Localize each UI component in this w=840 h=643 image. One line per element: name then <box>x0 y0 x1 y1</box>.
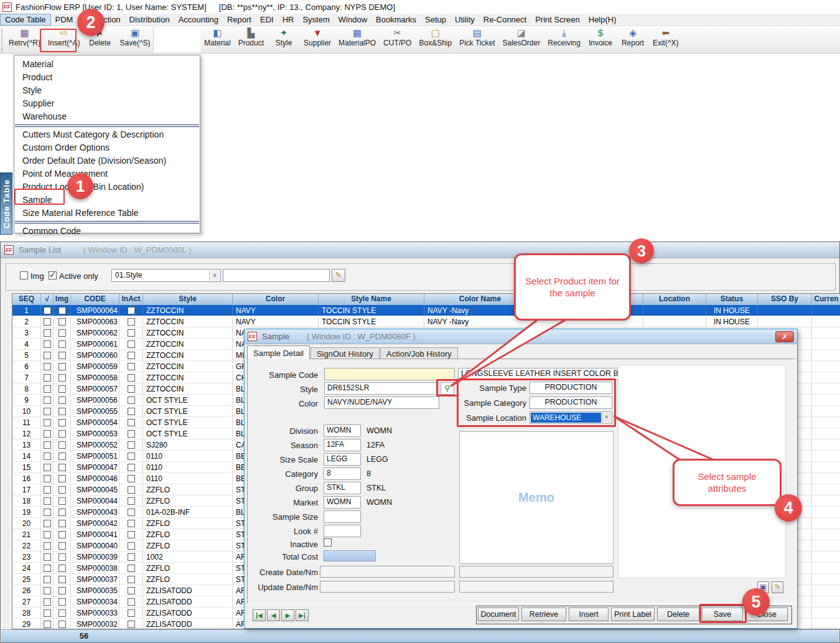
inactive-checkbox[interactable] <box>324 538 332 547</box>
row-checkbox[interactable] <box>58 621 66 628</box>
menu-option-order-default-date-division-season-[interactable]: Order Default Date (Division/Season) <box>14 154 200 167</box>
menu-item-window[interactable]: Window <box>334 14 371 26</box>
row-checkbox[interactable] <box>58 565 66 572</box>
toolbar-button-style[interactable]: ✦Style <box>268 26 300 53</box>
toolbar-button-retrv-r-[interactable]: ▦Retrv(^R) <box>5 26 44 53</box>
row-checkbox[interactable] <box>44 318 51 326</box>
row-checkbox[interactable] <box>58 441 66 449</box>
toolbar-button-pick-ticket[interactable]: ▤Pick Ticket <box>455 26 498 53</box>
row-checkbox[interactable] <box>128 352 135 359</box>
size-scale-input[interactable]: LEGG <box>324 453 361 466</box>
img-checkbox[interactable] <box>20 271 28 279</box>
column-header-√[interactable]: √ <box>41 294 54 305</box>
row-checkbox[interactable] <box>58 531 66 538</box>
row-checkbox[interactable] <box>58 385 66 393</box>
column-header-InAct[interactable]: InAct <box>119 294 143 305</box>
menu-item-utility[interactable]: Utility <box>450 14 479 26</box>
season-input[interactable]: 12FA <box>324 439 361 451</box>
row-checkbox[interactable] <box>44 464 51 471</box>
row-checkbox[interactable] <box>128 441 135 449</box>
category-input[interactable]: 8 <box>324 467 361 480</box>
style-input[interactable]: DR6152SLR <box>324 382 439 395</box>
column-header-Curren[interactable]: Curren <box>812 294 840 305</box>
sample-size-input[interactable] <box>324 510 361 523</box>
market-input[interactable]: WOMN <box>324 496 361 509</box>
row-checkbox[interactable] <box>58 430 66 438</box>
memo-box[interactable]: Memo <box>459 431 614 564</box>
row-checkbox[interactable] <box>58 352 66 359</box>
menu-item-accounting[interactable]: Accounting <box>174 14 223 26</box>
row-checkbox[interactable] <box>44 576 51 583</box>
menu-item-code-table[interactable]: Code Table <box>0 14 51 26</box>
row-checkbox[interactable] <box>58 520 66 527</box>
table-row[interactable]: 2SMP000063ZZTOCCINNAVYTOCCIN STYLENAVY -… <box>12 316 840 327</box>
row-checkbox[interactable] <box>128 531 135 538</box>
table-row[interactable]: 1SMP000064ZZTOCCINNAVYTOCCIN STYLENAVY -… <box>12 305 840 316</box>
row-checkbox[interactable] <box>44 430 51 438</box>
row-checkbox[interactable] <box>44 397 51 404</box>
menu-option-material[interactable]: Material <box>14 58 200 71</box>
row-checkbox[interactable] <box>44 419 51 426</box>
row-checkbox[interactable] <box>58 374 66 382</box>
row-checkbox[interactable] <box>44 609 51 617</box>
chevron-down-icon[interactable]: ˅ <box>209 270 220 281</box>
row-checkbox[interactable] <box>128 318 135 326</box>
menu-option-custom-order-options[interactable]: Custom Order Options <box>14 141 200 154</box>
row-checkbox[interactable] <box>44 565 51 572</box>
menu-item-edi[interactable]: EDI <box>256 14 278 26</box>
column-header-Location[interactable]: Location <box>643 294 706 305</box>
menu-option-warehouse[interactable]: Warehouse <box>14 110 200 123</box>
row-checkbox[interactable] <box>44 352 51 359</box>
row-checkbox[interactable] <box>44 453 51 460</box>
menu-item-bookmarks[interactable]: Bookmarks <box>371 14 421 26</box>
row-checkbox[interactable] <box>58 553 66 561</box>
column-header-SSO By[interactable]: SSO By <box>758 294 812 305</box>
active-only-checkbox[interactable] <box>49 271 57 279</box>
row-checkbox[interactable] <box>128 408 135 415</box>
toolbar-button-supplier[interactable]: ▼Supplier <box>300 26 335 53</box>
retrieve-button[interactable]: Retrieve <box>521 608 566 621</box>
code-table-side-tab[interactable]: Code Table <box>0 172 12 235</box>
row-checkbox[interactable] <box>128 542 135 550</box>
row-checkbox[interactable] <box>128 486 135 494</box>
row-checkbox[interactable] <box>128 385 135 393</box>
toolbar-button-cut-po[interactable]: ✂CUT/PO <box>380 26 415 53</box>
row-checkbox[interactable] <box>44 340 51 348</box>
row-checkbox[interactable] <box>128 453 135 460</box>
menu-item-hr[interactable]: HR <box>278 14 299 26</box>
column-header-Style Name[interactable]: Style Name <box>319 294 424 305</box>
row-checkbox[interactable] <box>58 576 66 583</box>
row-checkbox[interactable] <box>44 520 51 527</box>
row-checkbox[interactable] <box>128 587 135 594</box>
row-checkbox[interactable] <box>128 475 135 482</box>
row-checkbox[interactable] <box>128 307 135 314</box>
toolbar-button-save-s-[interactable]: ▣Save(^S) <box>116 26 154 53</box>
row-checkbox[interactable] <box>58 598 66 606</box>
document-button[interactable]: Document <box>478 608 519 621</box>
row-checkbox[interactable] <box>44 307 51 314</box>
row-checkbox[interactable] <box>128 419 135 426</box>
menu-item-pdm[interactable]: PDM <box>51 14 78 26</box>
row-checkbox[interactable] <box>44 475 51 482</box>
row-checkbox[interactable] <box>58 609 66 617</box>
toolbar-button-materialpo[interactable]: ▦MaterialPO <box>335 26 380 53</box>
row-checkbox[interactable] <box>44 542 51 550</box>
row-checkbox[interactable] <box>128 509 135 516</box>
group-input[interactable]: STKL <box>324 482 361 494</box>
search-field-combo[interactable]: 01.Style ˅ <box>111 269 221 282</box>
search-input[interactable] <box>223 269 330 282</box>
menu-item-system[interactable]: System <box>298 14 334 26</box>
row-checkbox[interactable] <box>128 553 135 561</box>
menu-item-setup[interactable]: Setup <box>421 14 450 26</box>
menu-option-common-code[interactable]: Common Code <box>14 225 200 238</box>
row-checkbox[interactable] <box>44 374 51 382</box>
toolbar-button-report[interactable]: ◈Report <box>617 26 649 53</box>
sample-code-input[interactable] <box>324 368 455 380</box>
row-checkbox[interactable] <box>58 329 66 337</box>
row-checkbox[interactable] <box>128 397 135 404</box>
row-checkbox[interactable] <box>44 408 51 415</box>
row-checkbox[interactable] <box>128 363 135 370</box>
row-checkbox[interactable] <box>128 576 135 583</box>
color-input[interactable]: NAVY/NUDE/NAVY <box>324 397 439 409</box>
menu-item-help-h-[interactable]: Help(H) <box>584 14 621 26</box>
